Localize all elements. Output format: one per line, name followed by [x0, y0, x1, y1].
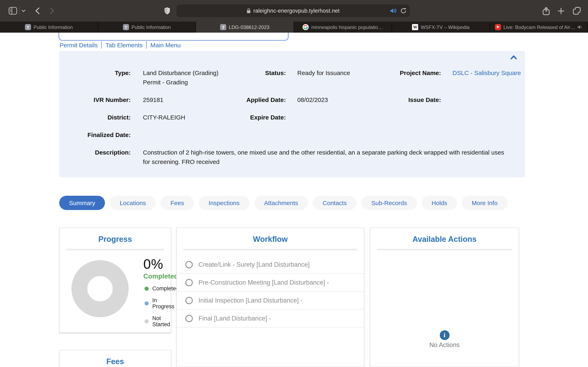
permit-row-5: Description: Construction of 2 high-rise…	[59, 148, 525, 166]
tab-elements-link[interactable]: Tab Elements	[105, 42, 143, 48]
permit-details-link[interactable]: Permit Details	[60, 42, 98, 48]
tab-label: WSFX-TV – Wikipedia	[421, 24, 470, 30]
ivr-number-value: 259181	[131, 95, 225, 104]
workflow-step-label: Final [Land Disturbance] -	[199, 315, 271, 322]
legend-label: Not Started	[152, 315, 179, 327]
sidebar-toggle-icon[interactable]	[7, 0, 18, 22]
permit-row-1: Type: Land Disturbance (Grading) Permit …	[59, 68, 525, 87]
no-actions-text: No Actions	[370, 341, 519, 349]
youtube-favicon	[495, 24, 501, 30]
district-value: CITY-RALEIGH	[131, 113, 225, 122]
record-tab-bar: Summary Locations Fees Inspections Attac…	[59, 196, 507, 210]
browser-toolbar: raleighnc-energovpub.tylerhost.net	[0, 0, 588, 22]
url-field[interactable]: raleighnc-energovpub.tylerhost.net	[176, 4, 410, 17]
tab-public-information-1[interactable]: T Public Information	[0, 22, 98, 33]
tab-fees[interactable]: Fees	[161, 196, 194, 210]
workflow-step-initial-inspection[interactable]: Initial Inspection [Land Disturbance] -	[177, 292, 364, 309]
breadcrumb-divider	[102, 41, 102, 49]
workflow-list: Create/Link - Surety [Land Disturbance] …	[177, 256, 364, 327]
forward-icon[interactable]	[48, 0, 56, 22]
tab-summary[interactable]: Summary	[59, 196, 105, 210]
description-label: Description:	[59, 148, 131, 157]
description-value: Construction of 2 high-rise towers, one …	[131, 148, 525, 166]
tab-label: Public Information	[131, 24, 171, 30]
status-label: Status:	[225, 68, 286, 77]
card-title-divider	[66, 249, 164, 250]
tyler-favicon: T	[220, 24, 226, 30]
new-tab-icon[interactable]	[557, 0, 566, 22]
collapse-chevron-up-icon[interactable]	[510, 55, 518, 61]
tyler-favicon: T	[123, 24, 129, 30]
project-name-label: Project Name:	[371, 68, 441, 77]
wikipedia-favicon: W	[412, 24, 418, 30]
lock-icon	[247, 8, 251, 13]
issue-date-label: Issue Date:	[371, 95, 441, 104]
workflow-step-label: Create/Link - Surety [Land Disturbance]	[199, 261, 310, 268]
tab-attachments[interactable]: Attachments	[254, 196, 308, 210]
back-icon[interactable]	[34, 0, 41, 22]
reload-icon[interactable]	[401, 8, 406, 14]
tab-ldg-record-active[interactable]: T LDG-038612-2023	[196, 22, 294, 33]
tab-strip: T Public Information T Public Informatio…	[0, 22, 588, 33]
safari-window: raleighnc-energovpub.tylerhost.net	[0, 0, 588, 367]
tab-locations[interactable]: Locations	[110, 196, 156, 210]
status-value: Ready for Issuance	[286, 68, 371, 77]
fees-card-title: Fees	[60, 357, 171, 366]
type-label: Type:	[59, 68, 131, 77]
sidebar-chevron-down-icon[interactable]	[20, 0, 26, 22]
tab-youtube-live[interactable]: Live: Bodycam Released of Air…	[490, 22, 588, 33]
legend-label: Completed	[152, 285, 179, 292]
tab-holds[interactable]: Holds	[422, 196, 457, 210]
not-started-dot-icon	[145, 319, 149, 323]
project-name-link[interactable]: DSLC - Salisbury Square	[441, 68, 521, 77]
tab-overview-icon[interactable]	[572, 0, 581, 22]
step-status-circle-icon	[185, 279, 193, 286]
legend-item-not-started: Not Started	[145, 315, 179, 327]
ivr-number-label: IVR Number:	[59, 95, 131, 104]
tab-more-info[interactable]: More Info	[462, 196, 507, 210]
info-icon: i	[440, 330, 449, 340]
progress-card: Progress 0% Completed Completed In Progr…	[59, 227, 171, 333]
no-actions-block: i No Actions	[370, 330, 519, 349]
toolbar-divider	[19, 7, 20, 15]
breadcrumb-divider	[146, 41, 147, 49]
available-actions-card: Available Actions i No Actions	[370, 227, 519, 367]
applied-date-value: 08/02/2023	[286, 95, 371, 104]
share-icon[interactable]	[541, 0, 550, 22]
tab-label: minneapolis hispanic populatio…	[311, 24, 383, 30]
district-label: District:	[59, 113, 131, 122]
tab-sub-records[interactable]: Sub-Records	[361, 196, 417, 210]
tab-audio-icon[interactable]	[390, 8, 397, 13]
main-menu-link[interactable]: Main Menu	[150, 42, 181, 48]
workflow-step-pre-construction-meeting[interactable]: Pre-Construction Meeting [Land Disturban…	[177, 274, 364, 292]
type-value: Land Disturbance (Grading) Permit - Grad…	[131, 68, 225, 87]
tyler-favicon: T	[25, 24, 31, 30]
in-progress-dot-icon	[145, 301, 149, 305]
fees-card: Fees	[59, 350, 171, 367]
page-content: Permit Details Tab Elements Main Menu Ty…	[0, 33, 588, 367]
expire-date-label: Expire Date:	[225, 113, 286, 122]
tab-wikipedia[interactable]: W WSFX-TV – Wikipedia	[392, 22, 490, 33]
permit-info-panel: Type: Land Disturbance (Grading) Permit …	[59, 51, 525, 177]
tab-speaker-icon[interactable]	[577, 25, 583, 29]
tab-label: Public Information	[34, 24, 73, 30]
progress-legend: Completed In Progress Not Started	[145, 285, 179, 333]
workflow-step-final[interactable]: Final [Land Disturbance] -	[177, 309, 364, 327]
workflow-step-create-link-surety[interactable]: Create/Link - Surety [Land Disturbance]	[177, 256, 364, 274]
tab-google-search[interactable]: minneapolis hispanic populatio…	[294, 22, 392, 33]
focused-element-remnant[interactable]	[58, 33, 289, 41]
tab-inspections[interactable]: Inspections	[199, 196, 250, 210]
tab-public-information-2[interactable]: T Public Information	[98, 22, 196, 33]
completed-dot-icon	[145, 286, 149, 291]
legend-item-in-progress: In Progress	[145, 297, 179, 309]
workflow-card-title: Workflow	[177, 235, 364, 244]
privacy-shield-icon[interactable]	[163, 0, 171, 22]
tab-contacts[interactable]: Contacts	[313, 196, 356, 210]
available-actions-card-title: Available Actions	[370, 235, 519, 244]
card-title-divider	[183, 249, 357, 250]
url-text: raleighnc-energovpub.tylerhost.net	[253, 8, 340, 14]
permit-row-4: Finalized Date:	[59, 130, 525, 140]
breadcrumb: Permit Details Tab Elements Main Menu	[60, 41, 181, 49]
tab-label: LDG-038612-2023	[229, 24, 269, 30]
workflow-card: Workflow Create/Link - Surety [Land Dist…	[176, 227, 364, 367]
